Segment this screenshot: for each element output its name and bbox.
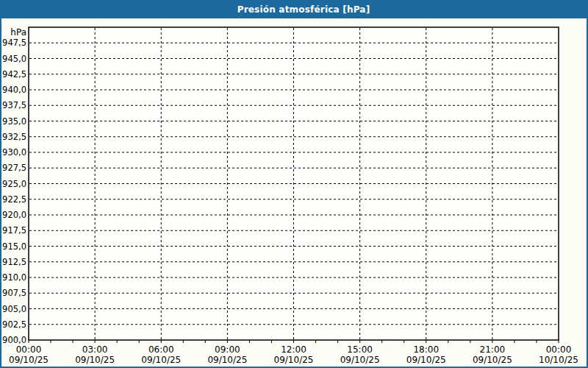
pressure-chart-canvas: hPa947,5945,0942,5940,0937,5935,0932,593… (1, 18, 587, 367)
chart-title: Presión atmosférica [hPa] (237, 4, 370, 15)
x-axis-time-label: 00:00 (16, 344, 42, 355)
y-axis-tick-label: 935,0 (2, 116, 26, 127)
y-axis-tick-label: 910,0 (2, 272, 26, 283)
y-axis-tick-label: 905,0 (2, 304, 26, 314)
x-axis-time-label: 06:00 (148, 344, 174, 355)
x-axis-date-label: 09/10/25 (75, 355, 115, 365)
x-axis-time-label: 18:00 (413, 344, 439, 355)
x-axis-time-label: 15:00 (347, 344, 373, 355)
y-axis-tick-label: 900,0 (2, 335, 26, 345)
x-axis-time-label: 00:00 (546, 344, 572, 355)
x-axis-date-label: 09/10/25 (406, 355, 446, 365)
x-axis-date-label: 09/10/25 (274, 355, 314, 365)
x-axis-date-label: 09/10/25 (9, 355, 49, 365)
y-axis-tick-label: 942,5 (2, 69, 26, 79)
x-axis-date-label: 09/10/25 (141, 355, 181, 365)
y-axis-tick-label: 907,5 (2, 288, 26, 298)
y-axis-tick-label: 947,5 (2, 38, 26, 48)
y-axis-unit-label: hPa (10, 27, 26, 38)
x-axis-time-label: 12:00 (281, 344, 306, 355)
x-axis-date-label: 09/10/25 (473, 355, 512, 365)
chart-window: Presión atmosférica [hPa] hPa947,5945,09… (0, 0, 588, 368)
y-axis-tick-label: 932,5 (2, 132, 26, 142)
x-axis-time-label: 03:00 (82, 344, 108, 355)
y-axis-tick-label: 902,5 (2, 319, 26, 330)
y-axis-tick-label: 917,5 (2, 225, 26, 236)
x-axis-date-label: 10/10/25 (539, 355, 578, 365)
y-axis-tick-label: 937,5 (2, 100, 26, 110)
y-axis-tick-label: 940,0 (2, 85, 26, 95)
x-axis-time-label: 09:00 (215, 344, 240, 355)
y-axis-tick-label: 927,5 (2, 163, 26, 173)
x-axis-date-label: 09/10/25 (340, 355, 380, 365)
y-axis-tick-label: 920,0 (2, 210, 26, 220)
x-axis-time-label: 21:00 (480, 344, 506, 355)
y-axis-tick-label: 915,0 (2, 241, 26, 252)
y-axis-tick-label: 930,0 (2, 147, 26, 158)
title-bar: Presión atmosférica [hPa] (1, 1, 587, 18)
x-axis-date-label: 09/10/25 (207, 355, 247, 365)
y-axis-tick-label: 912,5 (2, 257, 26, 267)
y-axis-tick-label: 922,5 (2, 194, 26, 205)
y-axis-tick-label: 945,0 (2, 54, 26, 64)
y-axis-tick-label: 925,0 (2, 179, 26, 189)
